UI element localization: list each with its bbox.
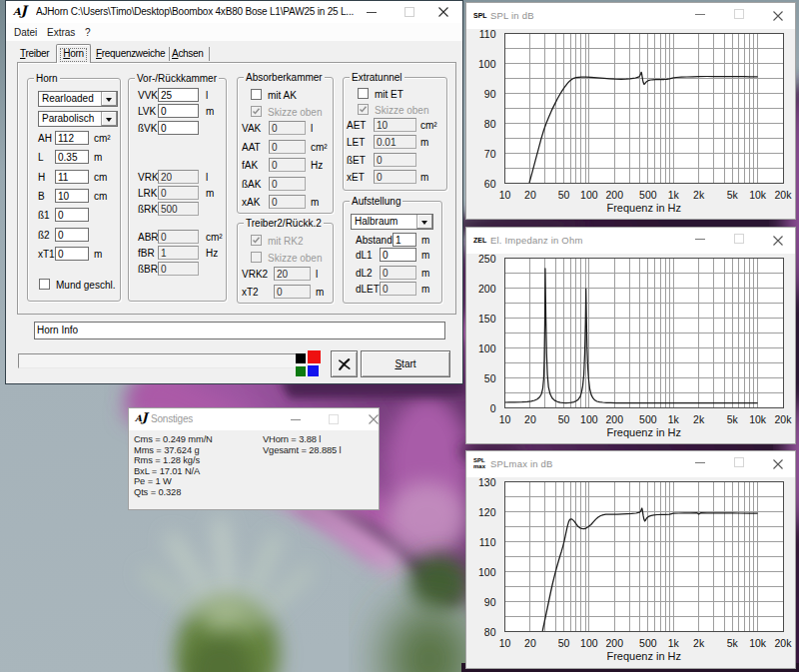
field-h[interactable]: 11 [55, 170, 89, 184]
checkbox-mit-ak[interactable] [251, 89, 262, 100]
field-dl1[interactable]: 0 [380, 248, 416, 262]
minimize-glyph [695, 239, 705, 240]
chart-plot: 607080901001101020501002005001k2k5k10k20… [466, 29, 795, 219]
chart-titlebar[interactable]: ZELEl. Impedanz in Ohm [466, 228, 795, 254]
field-aet: 10 [374, 118, 416, 132]
group-kammer-label: Vor-/Rückkammer [135, 73, 219, 85]
chart-close-icon[interactable] [771, 451, 791, 477]
field-ßvk[interactable]: 0 [158, 121, 199, 135]
x-tick-label: 100 [580, 189, 598, 201]
y-tick-label: 250 [478, 253, 496, 265]
checkbox-label-mit-rk2: mit RK2 [268, 236, 304, 247]
horn-contour-combo-arrow-icon[interactable] [101, 112, 117, 126]
chart-maximize-icon[interactable] [734, 3, 754, 29]
x-tick-label: 20 [524, 637, 536, 649]
horn-contour-combo[interactable]: Parabolisch [38, 111, 118, 127]
sonstiges-app-icon: AJ [135, 410, 148, 424]
minimize-icon[interactable] [367, 12, 377, 13]
field-ah[interactable]: 112 [55, 131, 89, 145]
field-lvk[interactable]: 0 [158, 104, 199, 118]
x-tick-label: 1k [668, 189, 680, 201]
x-tick-label: 10k [749, 189, 767, 201]
chart-minimize-icon[interactable] [695, 451, 715, 477]
horn-type-combo[interactable]: Rearloaded [38, 91, 118, 107]
field-label-ßbr: ßBR [138, 263, 158, 276]
field-unit-aat: cm² [311, 141, 328, 154]
aufstellung-combo-arrow-icon[interactable] [416, 215, 432, 229]
field-label-fbr: fBR [138, 247, 155, 260]
sonstiges-right-column: VHorn = 3.88 l Vgesamt = 28.885 l [263, 434, 342, 455]
start-button[interactable]: Start [361, 350, 450, 377]
chart-titlebar[interactable]: SPLSPL in dB [466, 3, 795, 29]
checkbox-mit-et[interactable] [358, 88, 369, 99]
menu-extras[interactable]: Extras [47, 27, 75, 38]
field-unit-b: cm [94, 190, 107, 203]
field-unit-lrk: m [206, 187, 214, 200]
legend-blue-swatch[interactable] [308, 365, 319, 376]
checkbox-skizze-oben[interactable] [251, 252, 262, 263]
close-glyph [771, 234, 785, 248]
chart-titlebar[interactable]: SPLmaxSPLmax in dB [466, 451, 795, 477]
sonstiges-maximize-icon[interactable] [329, 414, 339, 424]
field-xt1[interactable]: 0 [55, 247, 89, 261]
field-fbr: 1 [158, 246, 199, 260]
group-vor-rueckkammer: Vor-/RückkammerVVK25lLVK0mßVK0VRK20lLRK0… [128, 78, 227, 302]
legend-black-swatch[interactable] [296, 353, 306, 363]
chart-minimize-icon[interactable] [695, 3, 715, 29]
sonstiges-minimize-icon[interactable] [291, 419, 301, 420]
field-ß1[interactable]: 0 [55, 208, 89, 222]
group-aufstellung-label: Aufstellung [350, 196, 402, 208]
field-label-xt1: xT1 [38, 248, 55, 261]
field-dlet: 0 [380, 282, 416, 296]
chart-minimize-icon[interactable] [695, 228, 715, 254]
main-window-title: AJHorn C:\Users\Timo\Desktop\Boombox 4xB… [36, 6, 354, 17]
checkbox-skizze-oben[interactable] [358, 104, 369, 115]
chart-maximize-icon[interactable] [734, 228, 754, 254]
tab-horn[interactable]: Horn [56, 44, 91, 63]
field-unit-abr: cm² [206, 231, 223, 244]
menu-help[interactable]: ? [85, 27, 91, 38]
field-ß2[interactable]: 0 [55, 228, 89, 242]
chart-window-title: El. Impedanz in Ohm [490, 235, 583, 246]
group-aufstellung: AufstellungHalbraumAbstand1mdL10mdL20mdL… [343, 201, 442, 304]
horn-info-field[interactable]: Horn Info [34, 322, 445, 339]
y-tick-label: 100 [478, 342, 496, 354]
group-horn: HornRearloadedParabolischAH112cm²L0.35mH… [27, 78, 121, 302]
chart-maximize-icon[interactable] [734, 451, 754, 477]
checkbox-mit-rk2[interactable] [251, 235, 262, 246]
field-label-vak: VAK [242, 122, 261, 135]
field-label-xt2: xT2 [242, 286, 259, 299]
field-label-xet: xET [347, 171, 365, 184]
field-l[interactable]: 0.35 [55, 150, 89, 164]
maximize-icon[interactable] [404, 7, 414, 17]
sonstiges-titlebar[interactable]: AJ Sonstiges [129, 408, 379, 430]
group-absorberkammer: Absorberkammermit AKSkizze obenVAK0lAAT0… [237, 77, 334, 214]
aufstellung-combo[interactable]: Halbraum [351, 214, 433, 230]
field-fak: 0 [269, 158, 306, 172]
sonstiges-close-icon[interactable] [367, 412, 385, 430]
field-b[interactable]: 10 [55, 189, 89, 203]
menu-datei[interactable]: Datei [14, 27, 37, 38]
checkbox-skizze-oben[interactable] [251, 106, 262, 117]
cancel-button[interactable] [331, 350, 358, 377]
tab-treiber[interactable]: Treiber [20, 48, 49, 59]
field-abstand[interactable]: 1 [393, 233, 416, 247]
field-ßak: 0 [269, 177, 306, 191]
legend-red-swatch[interactable] [308, 350, 321, 363]
checkbox-label-skizze-oben: Skizze oben [268, 253, 322, 264]
tab-achsen[interactable]: Achsen [172, 48, 204, 59]
checkbox-mund-geschl-[interactable] [39, 279, 50, 290]
main-titlebar[interactable]: AJ AJHorn C:\Users\Timo\Desktop\Boombox … [6, 1, 462, 23]
chart-close-icon[interactable] [771, 228, 791, 254]
sonstiges-title: Sonstiges [151, 413, 193, 424]
field-label-ß2: ß2 [38, 229, 50, 242]
field-unit-lvk: m [206, 105, 214, 118]
horn-type-combo-arrow-icon[interactable] [101, 92, 117, 106]
tab-frequenzweiche[interactable]: Frequenzweiche [96, 48, 165, 59]
close-icon[interactable] [436, 5, 454, 23]
field-vvk[interactable]: 25 [158, 88, 199, 102]
field-label-dl1: dL1 [356, 249, 373, 262]
chart-close-icon[interactable] [771, 3, 791, 29]
legend-green-swatch[interactable] [296, 366, 306, 376]
field-label-ßrk: ßRK [138, 203, 158, 216]
